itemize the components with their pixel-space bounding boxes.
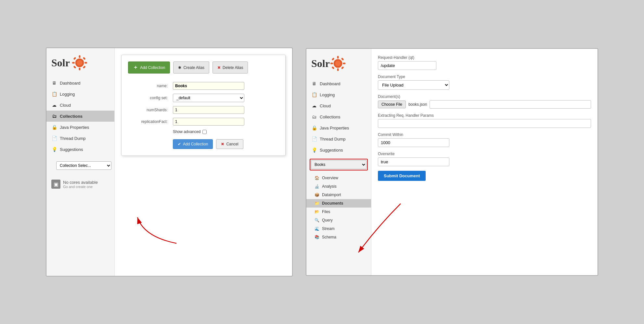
cloud-icon-right: ☁ [311, 103, 317, 109]
request-handler-group: Request-Handler (qt) [378, 55, 591, 70]
sidebar-label-collections-right: Collections [320, 115, 341, 119]
sidebar-item-cloud-right[interactable]: ☁ Cloud [306, 100, 371, 111]
svg-rect-19 [331, 66, 334, 69]
sidebar-label-collections-left: Collections [60, 114, 83, 119]
java-icon-right: 🔒 [311, 125, 317, 131]
sidebar-item-suggestions-left[interactable]: 💡 Suggestions [46, 144, 114, 155]
num-shards-label: numShards: [128, 104, 170, 116]
overwrite-group: Overwrite [378, 152, 591, 166]
show-advanced-checkbox[interactable] [202, 130, 207, 134]
query-icon: 🔍 [315, 218, 319, 223]
left-panel: Solr [46, 47, 293, 277]
sidebar-item-java-properties-left[interactable]: 🔒 Java Properties [46, 122, 114, 133]
sidebar-label-dashboard-right: Dashboard [320, 81, 341, 86]
arrow-left [124, 198, 189, 250]
no-cores-sub: Go and create one [63, 185, 98, 189]
form-row-replication: replicationFact: [128, 116, 279, 128]
name-input[interactable] [173, 82, 244, 90]
replication-input[interactable] [173, 118, 244, 126]
stream-icon: 🌊 [315, 226, 319, 231]
svg-rect-18 [341, 58, 344, 61]
form-row-shards: numShards: [128, 104, 279, 116]
overview-icon: 🏠 [315, 176, 319, 180]
sidebar-label-cloud-right: Cloud [320, 103, 331, 108]
extracting-group: Extracting Req. Handler Params [378, 113, 591, 128]
overwrite-input[interactable] [378, 157, 449, 166]
sidebar-item-logging-right[interactable]: 📋 Logging [306, 89, 371, 100]
extracting-label: Extracting Req. Handler Params [378, 113, 591, 118]
svg-rect-6 [83, 57, 85, 60]
svg-point-10 [77, 60, 83, 66]
no-cores-label: No cores available [63, 180, 98, 185]
config-label: config set: [128, 92, 170, 104]
sidebar-item-dashboard-left[interactable]: 🖥 Dashboard [46, 77, 114, 88]
sub-nav-overview[interactable]: 🏠 Overview [306, 174, 371, 182]
extracting-input[interactable] [378, 119, 591, 128]
documents-label: Documents [322, 201, 343, 206]
books-select[interactable]: Books [311, 160, 367, 169]
dataimport-label: Dataimport [322, 193, 341, 197]
dialog-toolbar: ＋ Add Collection ✱ Create Alias ✖ Delete… [128, 61, 279, 74]
choose-file-btn[interactable]: Choose File [378, 101, 406, 108]
cancel-label: Cancel [226, 142, 238, 146]
form-actions: ✔ Add Collection ✖ Cancel [128, 139, 279, 149]
plus-icon: ＋ [133, 64, 138, 71]
no-cores-section: ▣ No cores available Go and create one [46, 176, 114, 192]
document-type-select[interactable]: File Upload JSON XML CSV [378, 80, 449, 90]
sidebar-label-cloud-left: Cloud [60, 103, 71, 108]
suggestions-icon-right: 💡 [311, 147, 317, 153]
dataimport-icon: 📦 [315, 193, 319, 197]
sidebar-item-suggestions-right[interactable]: 💡 Suggestions [306, 144, 371, 155]
svg-rect-3 [72, 62, 75, 64]
add-collection-toolbar-btn[interactable]: ＋ Add Collection [128, 61, 170, 74]
svg-rect-4 [84, 62, 87, 64]
collection-select-left[interactable]: Collection Selec... [56, 161, 111, 170]
svg-rect-8 [83, 66, 85, 69]
documents-group: Document(s) Choose File books.json [378, 94, 591, 109]
commit-within-group: Commit Within [378, 132, 591, 147]
cancel-btn[interactable]: ✖ Cancel [216, 139, 243, 149]
svg-rect-17 [331, 58, 334, 61]
svg-rect-2 [79, 68, 80, 70]
delete-alias-label: Delete Alias [223, 65, 243, 70]
svg-rect-7 [73, 66, 76, 69]
document-type-group: Document Type File Upload JSON XML CSV [378, 74, 591, 90]
analysis-icon: 🔬 [315, 184, 319, 189]
sidebar-item-collections-right[interactable]: 🗂 Collections [306, 111, 371, 122]
files-label: Files [322, 209, 330, 214]
create-alias-btn[interactable]: ✱ Create Alias [173, 61, 209, 74]
num-shards-input[interactable] [173, 106, 244, 114]
svg-rect-1 [79, 55, 80, 58]
sidebar-label-thread-left: Thread Dump [60, 136, 85, 141]
thread-icon-right: 📄 [311, 136, 317, 142]
document-type-label: Document Type [378, 74, 591, 79]
sidebar-item-java-right[interactable]: 🔒 Java Properties [306, 122, 371, 133]
add-collection-form: name: config set: _default [128, 80, 279, 128]
solr-text-right: Solr [311, 58, 330, 70]
sidebar-item-dashboard-right[interactable]: 🖥 Dashboard [306, 78, 371, 89]
request-handler-input[interactable] [378, 61, 436, 70]
suggestions-icon-left: 💡 [51, 146, 57, 152]
sidebar-item-thread-dump-left[interactable]: 📄 Thread Dump [46, 133, 114, 144]
solr-sun-icon-left [71, 55, 88, 71]
arrow-right [352, 187, 417, 269]
solr-logo-left: Solr [46, 51, 114, 77]
svg-rect-14 [337, 68, 339, 71]
sidebar-label-java-right: Java Properties [320, 126, 349, 130]
documents-icon: 📁 [315, 201, 319, 206]
submit-document-btn[interactable]: Submit Document [378, 171, 426, 181]
sidebar-item-cloud-left[interactable]: ☁ Cloud [46, 100, 114, 111]
commit-within-input[interactable] [378, 138, 449, 147]
form-row-name: name: [128, 80, 279, 92]
delete-alias-btn[interactable]: ✖ Delete Alias [213, 61, 248, 74]
commit-within-label: Commit Within [378, 132, 591, 137]
sidebar-item-logging-left[interactable]: 📋 Logging [46, 88, 114, 100]
schema-icon: 📚 [315, 235, 319, 239]
submit-add-collection-btn[interactable]: ✔ Add Collection [173, 139, 213, 149]
file-input-row: Choose File books.json [378, 100, 591, 109]
sidebar-item-thread-right[interactable]: 📄 Thread Dump [306, 133, 371, 144]
sidebar-item-collections-left[interactable]: 🗂 Collections [46, 111, 114, 122]
collections-icon-right: 🗂 [311, 114, 317, 120]
config-set-select[interactable]: _default [173, 94, 244, 102]
add-collection-dialog: ＋ Add Collection ✱ Create Alias ✖ Delete… [121, 55, 286, 156]
